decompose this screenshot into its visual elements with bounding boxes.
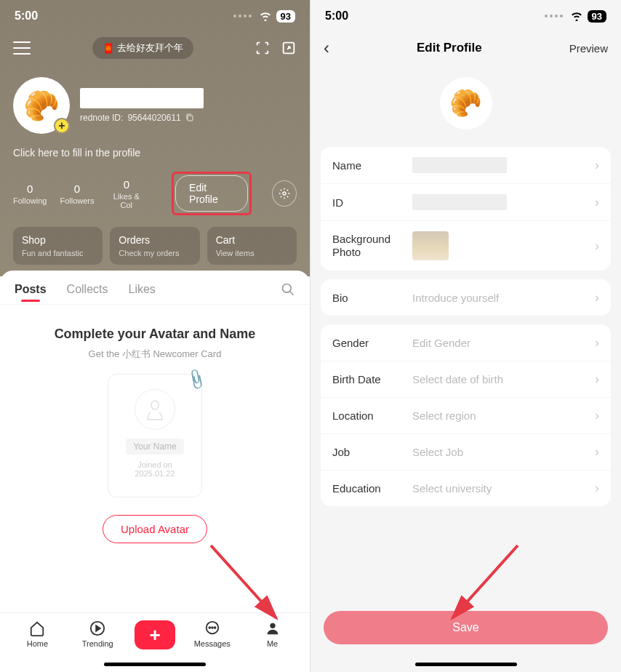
nav-home[interactable]: Home — [14, 619, 60, 648]
play-circle-icon — [89, 619, 105, 638]
field-background-photo[interactable]: Background Photo › — [321, 220, 611, 271]
chevron-right-icon: › — [595, 481, 599, 496]
gift-icon: 🧧 — [103, 43, 114, 54]
preview-button[interactable]: Preview — [569, 42, 608, 55]
field-location[interactable]: Location Select region › — [321, 397, 611, 433]
form-group-bio: Bio Introduce yourself › — [321, 279, 611, 316]
tab-posts[interactable]: Posts — [15, 283, 47, 296]
paperclip-icon: 📎 — [185, 367, 209, 391]
form-group-basic: Name › ID › Background Photo › — [321, 147, 611, 271]
id-value-redacted — [412, 194, 507, 210]
avatar[interactable]: 🥐 + — [13, 77, 70, 134]
chevron-right-icon: › — [595, 195, 599, 210]
edit-profile-highlight: Edit Profile — [172, 172, 252, 215]
shop-card[interactable]: Shop Fun and fantastic — [13, 227, 103, 265]
croissant-icon: 🥐 — [23, 89, 60, 123]
orders-card[interactable]: Orders Check my orders — [110, 227, 199, 265]
nav-add-button[interactable]: + — [135, 620, 175, 649]
home-indicator — [104, 663, 206, 666]
chevron-right-icon: › — [595, 335, 599, 351]
settings-button[interactable] — [272, 180, 297, 207]
battery-badge: 93 — [276, 10, 295, 23]
nav-trending[interactable]: Trending — [74, 619, 121, 648]
menu-icon[interactable] — [13, 41, 31, 55]
profile-screen: 5:00 93 🧧 去给好友拜个年 🥐 + — [0, 0, 310, 672]
status-time: 5:00 — [325, 9, 466, 23]
newcomer-date: Joined on 2025.01.22 — [117, 460, 193, 478]
chat-icon — [204, 619, 220, 638]
stat-following[interactable]: 0 Following — [13, 183, 47, 205]
profile-hint[interactable]: Click here to fill in the profile — [13, 147, 297, 159]
id-value: 95644020611 — [127, 113, 180, 123]
svg-point-6 — [209, 627, 210, 628]
nav-messages[interactable]: Messages — [189, 619, 236, 648]
home-icon — [29, 619, 45, 638]
chevron-right-icon: › — [595, 239, 599, 254]
svg-point-2 — [283, 192, 286, 195]
bg-photo-preview — [412, 231, 449, 260]
upload-avatar-button[interactable]: Upload Avatar — [103, 515, 207, 543]
cart-card[interactable]: Cart View items — [207, 227, 297, 265]
tab-likes[interactable]: Likes — [128, 283, 155, 296]
status-bar: 5:00 93 — [0, 0, 310, 32]
person-icon — [265, 619, 281, 638]
field-birth-date[interactable]: Birth Date Select date of birth › — [321, 361, 611, 397]
edit-profile-screen: 5:00 93 ‹ Edit Profile Preview 🥐 Name › … — [310, 0, 621, 672]
svg-point-9 — [270, 623, 275, 628]
svg-point-7 — [212, 627, 213, 628]
content-area: Posts Collects Likes Complete your Avata… — [0, 271, 310, 612]
status-bar: 5:00 93 — [310, 0, 621, 32]
field-job[interactable]: Job Select Job › — [321, 433, 611, 470]
page-title: Edit Profile — [417, 41, 482, 55]
search-icon[interactable] — [281, 282, 295, 297]
name-value-redacted — [412, 157, 507, 173]
placeholder-avatar-icon — [135, 389, 175, 430]
avatar-add-icon[interactable]: + — [54, 118, 70, 134]
edit-avatar[interactable]: 🥐 — [440, 77, 492, 129]
field-name[interactable]: Name › — [321, 147, 611, 183]
tab-collects[interactable]: Collects — [67, 283, 108, 296]
status-time: 5:00 — [15, 9, 155, 23]
croissant-icon: 🥐 — [449, 88, 482, 119]
svg-point-8 — [215, 627, 216, 628]
complete-title: Complete your Avatar and Name — [15, 327, 295, 342]
edit-profile-button[interactable]: Edit Profile — [175, 175, 248, 212]
field-id[interactable]: ID › — [321, 183, 611, 220]
id-label: rednote ID: — [80, 113, 123, 123]
newcomer-name: Your Name — [126, 439, 184, 455]
scan-icon[interactable] — [255, 40, 271, 56]
username-redacted — [80, 88, 204, 108]
svg-line-11 — [452, 545, 518, 618]
chevron-right-icon: › — [595, 408, 599, 423]
field-gender[interactable]: Gender Edit Gender › — [321, 324, 611, 361]
chevron-right-icon: › — [595, 290, 599, 305]
field-bio[interactable]: Bio Introduce yourself › — [321, 279, 611, 316]
share-icon[interactable] — [281, 40, 297, 56]
edit-header: ‹ Edit Profile Preview — [310, 32, 621, 64]
stat-likes[interactable]: 0 Likes & Col — [108, 178, 146, 209]
signal-dots — [545, 15, 563, 17]
back-icon[interactable]: ‹ — [324, 38, 329, 58]
stat-followers[interactable]: 0 Followers — [60, 183, 94, 205]
wifi-icon — [570, 11, 583, 21]
copy-icon[interactable] — [185, 113, 194, 122]
battery-badge: 93 — [588, 10, 606, 23]
complete-subtitle: Get the 小红书 Newcomer Card — [15, 348, 295, 361]
wifi-icon — [259, 11, 272, 21]
form-group-details: Gender Edit Gender › Birth Date Select d… — [321, 324, 611, 506]
nav-me[interactable]: Me — [249, 619, 296, 648]
home-indicator — [415, 663, 517, 666]
signal-dots — [233, 15, 252, 17]
svg-rect-1 — [188, 116, 193, 121]
gear-icon — [279, 188, 290, 199]
promo-pill[interactable]: 🧧 去给好友拜个年 — [92, 37, 193, 59]
chevron-right-icon: › — [595, 372, 599, 387]
profile-header: 🧧 去给好友拜个年 🥐 + rednote ID: 95644020611 — [0, 0, 310, 276]
newcomer-card: 📎 Your Name Joined on 2025.01.22 — [108, 374, 202, 497]
save-button[interactable]: Save — [324, 611, 608, 644]
svg-point-3 — [283, 284, 292, 293]
chevron-right-icon: › — [595, 444, 599, 460]
chevron-right-icon: › — [595, 158, 599, 173]
field-education[interactable]: Education Select university › — [321, 470, 611, 506]
